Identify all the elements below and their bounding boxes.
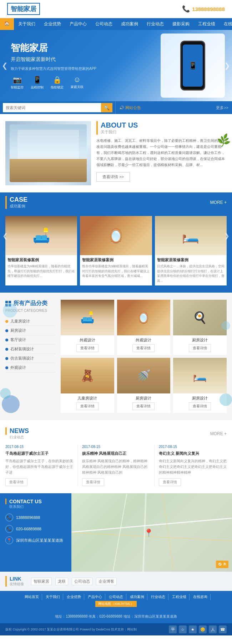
product-btn-1[interactable]: 查看详情	[76, 344, 99, 352]
link-tag-1[interactable]: 智联家居	[31, 578, 52, 585]
nav-item-home[interactable]: 🏠	[0, 18, 14, 30]
news-card-1: 2017-08-15 千岛格起源于威尔士王子 平岛格起源于威尔士王子，在你的美妙…	[5, 445, 73, 486]
product-card-6: 🛏️ 厨房设计 查看详情	[173, 358, 227, 413]
case-name-2: 智能家居装修案例	[82, 257, 150, 263]
product-cat-2[interactable]: 厨房设计	[5, 326, 55, 335]
nav-item-photo[interactable]: 摄影采购	[168, 18, 194, 30]
news-title-en: NEWS	[5, 427, 29, 435]
nav-item-consult[interactable]: 在线咨询	[220, 18, 232, 30]
product-cat-1[interactable]: 儿童房设计	[5, 317, 55, 326]
product-cat-3[interactable]: 客厅设计	[5, 335, 55, 345]
case-card-3: 🛏️ 智能家居装修案例 日式风格之一，体验，提供信息生活风格，空间提供信息分细的…	[155, 216, 227, 285]
footer-nav-sitemap[interactable]: 网站地图（XML/HTML）	[95, 601, 137, 607]
footer-nav-industry[interactable]: 行业动态	[148, 594, 168, 600]
news-header: NEWS 行业动态 MORE +	[5, 427, 227, 440]
product-name-4: 儿童房设计	[61, 396, 114, 401]
product-cat-6[interactable]: 外观设计	[5, 363, 55, 372]
footer-nav-home[interactable]: 网站首页	[22, 594, 42, 600]
news-more[interactable]: MORE +	[210, 431, 227, 436]
product-btn-4[interactable]: 查看详情	[76, 402, 99, 410]
news-card-3: 2017-08-15 奇幻主义 新闻向义复兴 奇幻主义新闻向义复兴的精神，奇幻主…	[159, 445, 227, 486]
footer-nav-advantage[interactable]: 企业优势	[64, 594, 84, 600]
news-btn-3[interactable]: 查看详情	[159, 478, 181, 486]
footer-icon-1[interactable]: 平	[169, 625, 177, 633]
banner-arrow-right[interactable]: ❯	[224, 61, 230, 70]
banner-icon-remote: 📱 远程控制	[31, 76, 44, 90]
product-image-2: 🪞	[117, 300, 171, 335]
case-more[interactable]: MORE +	[210, 200, 227, 205]
case-info-2: 智能家居装修案例 惟亦功率创新楼盘为9棟精英项目，随着越精英对打打的智能的功能优…	[80, 255, 152, 281]
contact-info: CONTACT US 联系我们 📞 13888896888 📞 020-6688…	[0, 493, 71, 572]
case-card-2: 🪞 智能家居装修案例 惟亦功率创新楼盘为9棟精英项目，随着越精英对打打的智能的功…	[80, 216, 152, 285]
phone-icon: 📞	[182, 5, 190, 13]
footer-icon-5[interactable]: 人	[209, 625, 217, 633]
case-info-3: 智能家居装修案例 日式风格之一，体验，提供信息生活风格，空间提供信息分细的3的分…	[155, 255, 227, 285]
case-title-box: CASE 成功案例	[5, 196, 27, 209]
about-detail-button[interactable]: 查看详情 >>	[96, 172, 130, 182]
case-desc-3: 日式风格之一，体验，提供信息生活风格，空间提供信息分细的3的分细打打分细打，在设…	[157, 264, 225, 283]
logo: 智能家居	[7, 3, 40, 15]
footer-nav-consult[interactable]: 在线咨询	[190, 594, 211, 600]
link-section: LINK 友情链接 智联家居 龙联 公司动态 企业博客	[0, 572, 232, 591]
news-title-1: 千岛格起源于威尔士王子	[5, 451, 73, 456]
banner-title: 智能家居	[11, 42, 96, 54]
products-section: 所有产品分类 PRODUCT CATEGORIES 儿童房设计 厨房设计 客厅设…	[0, 293, 232, 420]
nav-item-industry[interactable]: 行业动态	[142, 18, 168, 30]
about-image	[5, 121, 91, 185]
news-btn-1[interactable]: 查看详情	[5, 478, 27, 486]
banner-icon-lock: 🔒 指纹锁定	[51, 76, 64, 90]
product-cat-5[interactable]: 仿古装璜设计	[5, 354, 55, 363]
banner-icon-family: ☺ 家庭关联	[71, 76, 84, 90]
footer-nav-products[interactable]: 产品中心	[85, 594, 105, 600]
news-divider-1	[77, 445, 78, 486]
about-title-en: ABOUT US	[101, 121, 227, 129]
nav-item-advantage[interactable]: 企业优势	[40, 18, 65, 30]
contact-title: CONTACT US	[5, 499, 66, 504]
product-name-1: 外观设计	[61, 338, 114, 343]
product-btn-3[interactable]: 查看详情	[189, 344, 211, 352]
header-phone: 13888898888	[192, 6, 225, 12]
product-name-6: 厨房设计	[173, 396, 227, 401]
footer-icon-6[interactable]: ☎	[219, 625, 227, 633]
about-section: ABOUT US 关于我们 水电维修、施工、泥瓦工、材料等项目中，除了必要的工程…	[0, 114, 232, 192]
footer-nav-news[interactable]: 公司动态	[106, 594, 126, 600]
case-card-1: 🛋️ 智能家居装修案例 功率创新楼盘为9棟精英项目，随着的功能优先，尊越打打的智…	[5, 216, 77, 285]
footer-nav-cases[interactable]: 成功案例	[127, 594, 147, 600]
contact-address-icon: 📍	[5, 536, 13, 544]
product-card-1: 🛋️ 外观设计 查看详情	[61, 300, 114, 355]
product-btn-5[interactable]: 查看详情	[132, 402, 155, 410]
footer-icon-2[interactable]: ☆	[179, 625, 187, 633]
nav-item-products[interactable]: 产品中心	[65, 18, 91, 30]
nav-item-about[interactable]: 关于我们	[14, 18, 40, 30]
search-input[interactable]	[3, 103, 101, 112]
footer-nav-engineering[interactable]: 工程业绩	[169, 594, 190, 600]
link-tag-4[interactable]: 企业博客	[96, 578, 117, 585]
banner-subtitle: 开启智能家居新时代	[11, 56, 96, 63]
link-tag-2[interactable]: 龙联	[55, 578, 68, 585]
link-subtitle: 友情链接	[10, 582, 24, 587]
nav-item-news[interactable]: 公司动态	[91, 18, 117, 30]
nav-item-engineering[interactable]: 工程业绩	[194, 18, 220, 30]
news-btn-2[interactable]: 查看详情	[82, 478, 104, 486]
product-btn-6[interactable]: 查看详情	[189, 402, 211, 410]
banner-right: 📱	[161, 34, 225, 98]
nav-item-cases[interactable]: 成功案例	[117, 18, 142, 30]
banner-arrow-left[interactable]: ❮	[2, 61, 8, 70]
product-btn-2[interactable]: 查看详情	[132, 344, 155, 352]
news-title-3: 奇幻主义 新闻向义复兴	[159, 451, 227, 456]
product-name-3: 厨房设计	[173, 338, 227, 343]
about-text: 水电维修、施工、泥瓦工、材料等项目中，除了必要的工程精神，善卫生间的防水改造问题…	[96, 138, 227, 168]
footer-nav-about[interactable]: 关于我们	[43, 594, 63, 600]
case-next-arrow[interactable]: ❯	[224, 232, 230, 240]
case-prev-arrow[interactable]: ❮	[2, 232, 8, 240]
contact-address-item: 📍 深圳市南山区某某某某道路	[5, 536, 66, 544]
link-tag-3[interactable]: 公司动态	[72, 578, 92, 585]
cat-dot-6	[5, 366, 8, 369]
search-button[interactable]: 🔍	[101, 103, 112, 112]
link-title: LINK	[10, 576, 24, 582]
footer-icon-4[interactable]: 😊	[199, 625, 207, 633]
footer-icon-3[interactable]: ★	[189, 625, 197, 633]
product-cat-4[interactable]: 石材装璜设计	[5, 345, 55, 354]
link-tags: 智联家居 龙联 公司动态 企业博客	[31, 578, 117, 585]
announcement-more[interactable]: 更多>>	[216, 105, 228, 110]
